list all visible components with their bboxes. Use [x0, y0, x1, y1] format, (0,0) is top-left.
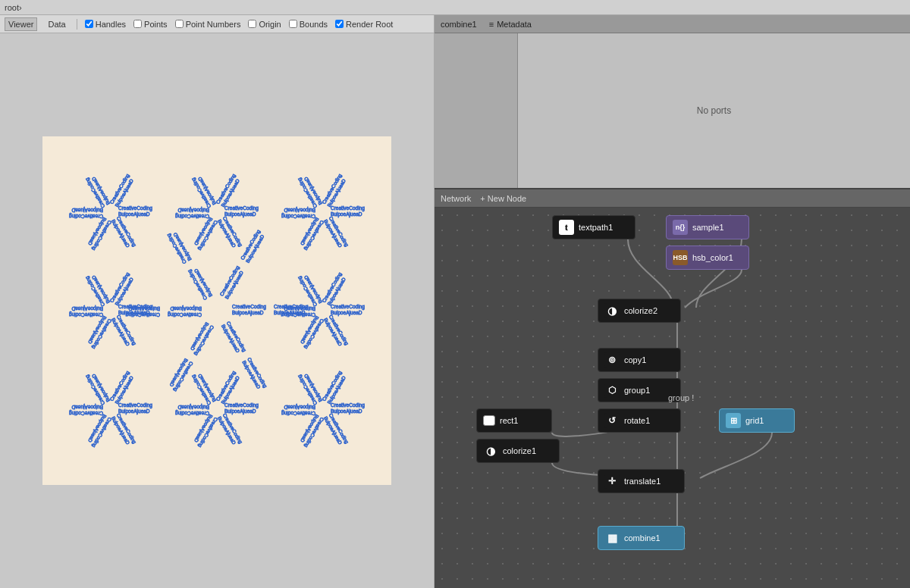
tab-data[interactable]: Data	[45, 18, 68, 30]
node-colorize1[interactable]: ◑ colorize1	[476, 439, 560, 463]
grid1-icon: ⊞	[726, 413, 741, 428]
svg-text:CreativeCoding: CreativeCoding	[281, 311, 315, 317]
new-node-label: + New Node	[480, 194, 526, 203]
svg-text:BuipoeAjueaD: BuipoeAjueaD	[224, 408, 256, 414]
colorize1-label: colorize1	[503, 446, 536, 455]
toolbar-separator	[77, 19, 77, 30]
node-translate1[interactable]: ✛ translate1	[598, 469, 685, 493]
check-bounds[interactable]: Bounds	[289, 20, 328, 29]
svg-text:BuipoeAjueaD: BuipoeAjueaD	[118, 408, 150, 414]
svg-text:BuipoeAjueaD: BuipoeAjueaD	[71, 404, 103, 410]
network-canvas[interactable]: t textpath1 n{} sample1 HSB hsb_color1 ◑…	[435, 208, 910, 588]
svg-text:BuipoeAjueaD: BuipoeAjueaD	[118, 211, 150, 217]
group1-label: group1	[624, 386, 650, 395]
translate1-icon: ✛	[604, 474, 620, 489]
node-combine1[interactable]: ▦ combine1	[598, 526, 685, 550]
svg-text:CreativeCoding: CreativeCoding	[331, 205, 365, 211]
svg-text:BuipoeAjueaD: BuipoeAjueaD	[71, 207, 103, 213]
sample1-label: sample1	[692, 223, 724, 232]
svg-text:BuipoeAjueaD: BuipoeAjueaD	[118, 310, 150, 316]
svg-text:CreativeCoding: CreativeCoding	[281, 213, 315, 219]
check-points[interactable]: Points	[133, 20, 168, 29]
canvas-drawing: CreativeCoding BuipoeAjueaD CreativeCodi…	[42, 136, 391, 485]
svg-text:CreativeCoding: CreativeCoding	[281, 410, 315, 416]
colorize1-icon: ◑	[483, 443, 498, 458]
svg-text:CreativeCoding: CreativeCoding	[118, 402, 152, 408]
rect1-label: rect1	[500, 416, 518, 425]
svg-text:CreativeCoding: CreativeCoding	[224, 402, 259, 408]
node-sample1[interactable]: n{} sample1	[666, 215, 749, 239]
check-handles[interactable]: Handles	[85, 20, 126, 29]
svg-text:CreativeCoding: CreativeCoding	[175, 213, 209, 219]
node-colorize2[interactable]: ◑ colorize2	[598, 299, 681, 323]
svg-text:BuipoeAjueaD: BuipoeAjueaD	[170, 305, 202, 311]
inspector-node-label[interactable]: combine1	[441, 20, 477, 29]
breadcrumb-arrow: ›	[19, 3, 22, 12]
metadata-label: Metadata	[497, 20, 532, 29]
svg-text:CreativeCoding: CreativeCoding	[232, 304, 266, 310]
svg-text:CreativeCoding: CreativeCoding	[168, 311, 202, 317]
svg-text:BuipoeAjueaD: BuipoeAjueaD	[177, 207, 209, 213]
node-hsb-color1[interactable]: HSB hsb_color1	[666, 246, 749, 270]
rotate1-label: rotate1	[624, 416, 650, 425]
viewer-toolbar: Viewer Data Handles Points Point Numbers…	[0, 15, 434, 33]
colorize2-label: colorize2	[624, 306, 657, 315]
check-point-numbers[interactable]: Point Numbers	[175, 20, 241, 29]
translate1-label: translate1	[624, 477, 661, 486]
svg-text:BuipoeAjueaD: BuipoeAjueaD	[284, 207, 315, 213]
textpath1-label: textpath1	[579, 223, 613, 232]
hsb-color1-label: hsb_color1	[692, 253, 733, 262]
svg-text:BuipoeAjueaD: BuipoeAjueaD	[284, 404, 315, 410]
svg-text:CreativeCoding: CreativeCoding	[69, 213, 103, 219]
svg-text:BuipoeAjueaD: BuipoeAjueaD	[284, 305, 315, 311]
right-panel: combine1 ≡ Metadata No ports Network + N…	[435, 15, 910, 588]
check-origin[interactable]: Origin	[248, 20, 281, 29]
combine1-icon: ▦	[604, 530, 620, 546]
grid1-label: grid1	[745, 416, 764, 425]
node-textpath1[interactable]: t textpath1	[552, 215, 635, 239]
rotate1-icon: ↺	[604, 413, 620, 428]
metadata-icon-symbol: ≡	[489, 20, 494, 29]
svg-text:CreativeCoding: CreativeCoding	[118, 304, 152, 310]
inspector-body: No ports	[435, 33, 910, 188]
viewer-canvas: CreativeCoding BuipoeAjueaD CreativeCodi…	[0, 33, 434, 588]
node-grid1[interactable]: ⊞ grid1	[719, 408, 795, 433]
network-label: Network	[441, 194, 471, 203]
metadata-tab[interactable]: ≡ Metadata	[489, 20, 532, 29]
inspector-left-panel	[435, 33, 518, 188]
svg-text:CreativeCoding: CreativeCoding	[224, 205, 259, 211]
svg-text:BuipoeAjueaD: BuipoeAjueaD	[224, 211, 256, 217]
check-render-root[interactable]: Render Root	[335, 20, 393, 29]
node-rotate1[interactable]: ↺ rotate1	[598, 408, 681, 433]
new-node-button[interactable]: + New Node	[480, 194, 526, 203]
inspector-header: combine1 ≡ Metadata	[435, 15, 910, 33]
svg-text:BuipoeAjueaD: BuipoeAjueaD	[71, 305, 103, 311]
textpath1-icon: t	[559, 220, 574, 235]
network-section: Network + New Node	[435, 189, 910, 588]
copy1-label: copy1	[624, 355, 646, 364]
colorize2-icon: ◑	[604, 303, 620, 318]
rect1-icon	[483, 415, 495, 426]
node-rect1[interactable]: rect1	[476, 408, 552, 433]
tab-viewer[interactable]: Viewer	[5, 17, 37, 31]
group-badge: group !	[668, 393, 694, 402]
combine1-label: combine1	[624, 533, 661, 543]
svg-text:CreativeCoding: CreativeCoding	[118, 205, 152, 211]
node-copy1[interactable]: ⊚ copy1	[598, 348, 681, 372]
svg-text:BuipoeAjueaD: BuipoeAjueaD	[331, 408, 362, 414]
svg-text:BuipoeAjueaD: BuipoeAjueaD	[177, 404, 209, 410]
svg-text:BuipoeAjueaD: BuipoeAjueaD	[331, 310, 362, 316]
inspector-section: combine1 ≡ Metadata No ports	[435, 15, 910, 189]
network-header: Network + New Node	[435, 189, 910, 208]
copy1-icon: ⊚	[604, 352, 620, 368]
hsb-color1-icon: HSB	[673, 250, 688, 265]
sample1-icon: n{}	[673, 220, 688, 235]
svg-text:BuipoeAjueaD: BuipoeAjueaD	[232, 310, 264, 316]
breadcrumb-path: root	[5, 3, 19, 12]
svg-text:BuipoeAjueaD: BuipoeAjueaD	[331, 211, 362, 217]
no-ports-label: No ports	[697, 105, 731, 116]
left-panel: Viewer Data Handles Points Point Numbers…	[0, 15, 435, 588]
group1-icon: ⬡	[604, 383, 620, 398]
svg-text:CreativeCoding: CreativeCoding	[69, 410, 103, 416]
breadcrumb: root ›	[0, 0, 910, 15]
